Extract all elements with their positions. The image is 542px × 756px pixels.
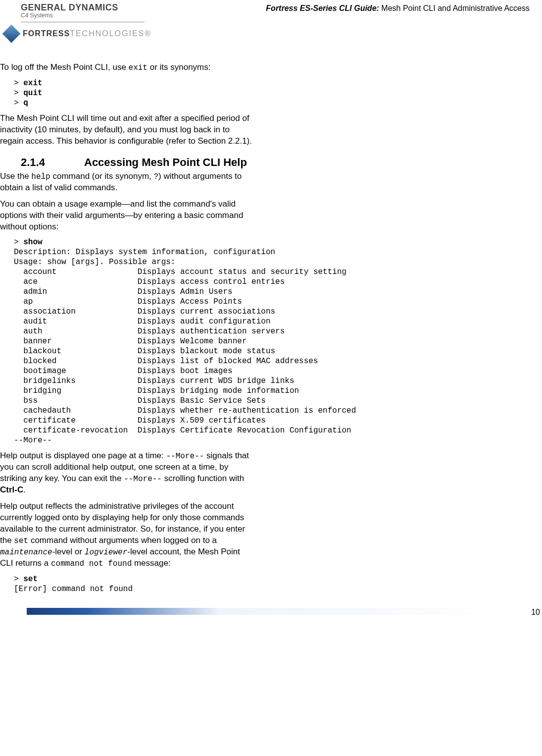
paragraph-more-explain: Help output is displayed one page at a t…: [0, 450, 252, 496]
text-fragment: message:: [132, 558, 170, 568]
footer-bar: [27, 608, 510, 615]
paragraph-usage-example: You can obtain a usage example—and list …: [0, 199, 252, 233]
inline-code-set: set: [14, 537, 28, 545]
fortress-word: FORTRESS: [23, 29, 70, 38]
fortress-logo-row: FORTRESSTECHNOLOGIES®: [5, 27, 151, 40]
logo-underline: [21, 22, 145, 22]
inline-code-question: ?: [154, 172, 159, 181]
cmd-show: show: [23, 238, 42, 247]
set-output: [Error] command not found: [14, 585, 133, 594]
inline-code-maintenance: maintenance: [0, 548, 52, 557]
section-heading: 2.1.4 Accessing Mesh Point CLI Help: [0, 156, 530, 169]
paragraph-logoff-intro: To log off the Mesh Point CLI, use exit …: [0, 62, 252, 73]
show-output: Description: Displays system information…: [14, 248, 356, 445]
logo-block: GENERAL DYNAMICS C4 Systems FORTRESSTECH…: [21, 3, 151, 40]
section-number: 2.1.4: [21, 156, 84, 169]
cmd-set: set: [23, 575, 38, 584]
prompt: >: [14, 238, 23, 247]
prompt: >: [14, 99, 23, 108]
gd-logo-text: GENERAL DYNAMICS: [21, 3, 151, 12]
prompt: >: [14, 575, 23, 584]
paragraph-privileges: Help output reflects the administrative …: [0, 501, 252, 569]
text-fragment: or its synonyms:: [148, 62, 211, 72]
cmd-quit: quit: [23, 89, 42, 98]
text-fragment: -level or: [52, 547, 85, 556]
text-fragment: command (or its synonym,: [50, 171, 154, 181]
paragraph-help-intro: Use the help command (or its synonym, ?)…: [0, 171, 252, 194]
text-fragment: To log off the Mesh Point CLI, use: [0, 62, 129, 72]
header-title-italic: Fortress ES-Series CLI Guide:: [266, 4, 379, 12]
prompt: >: [14, 79, 23, 88]
inline-code-help: help: [31, 172, 50, 181]
inline-code-cmd-not-found: command not found: [51, 559, 132, 568]
code-block-show: > show Description: Displays system info…: [14, 237, 530, 445]
inline-code-more: --More--: [166, 452, 204, 461]
cmd-exit: exit: [23, 79, 42, 88]
code-block-exit-commands: > exit > quit > q: [14, 78, 530, 108]
inline-code-logviewer: logviewer: [85, 548, 127, 557]
section-title: Accessing Mesh Point CLI Help: [84, 156, 247, 169]
fortress-tech-word: TECHNOLOGIES®: [70, 29, 151, 38]
gd-subtext: C4 Systems: [21, 12, 151, 19]
diamond-icon: [2, 25, 21, 43]
text-fragment: Help output is displayed one page at a t…: [0, 451, 166, 460]
page-number: 10: [531, 608, 540, 615]
text-fragment: command without arguments when logged on…: [28, 536, 217, 545]
paragraph-timeout: The Mesh Point CLI will time out and exi…: [0, 113, 252, 147]
cmd-q: q: [23, 99, 28, 108]
prompt: >: [14, 89, 23, 98]
ctrl-c-label: Ctrl-C: [0, 485, 23, 494]
text-fragment: .: [23, 485, 26, 494]
inline-code-more: --More--: [124, 475, 162, 484]
header-title-rest: Mesh Point CLI and Administrative Access: [379, 4, 530, 12]
inline-code-exit: exit: [129, 63, 148, 72]
page-header: GENERAL DYNAMICS C4 Systems FORTRESSTECH…: [0, 0, 530, 40]
fortress-logo-text: FORTRESSTECHNOLOGIES®: [23, 29, 151, 38]
code-block-set-error: > set [Error] command not found: [14, 574, 530, 594]
text-fragment: scrolling function with: [162, 474, 244, 483]
header-title: Fortress ES-Series CLI Guide: Mesh Point…: [266, 3, 530, 13]
text-fragment: Use the: [0, 171, 31, 181]
page-container: GENERAL DYNAMICS C4 Systems FORTRESSTECH…: [0, 0, 542, 615]
